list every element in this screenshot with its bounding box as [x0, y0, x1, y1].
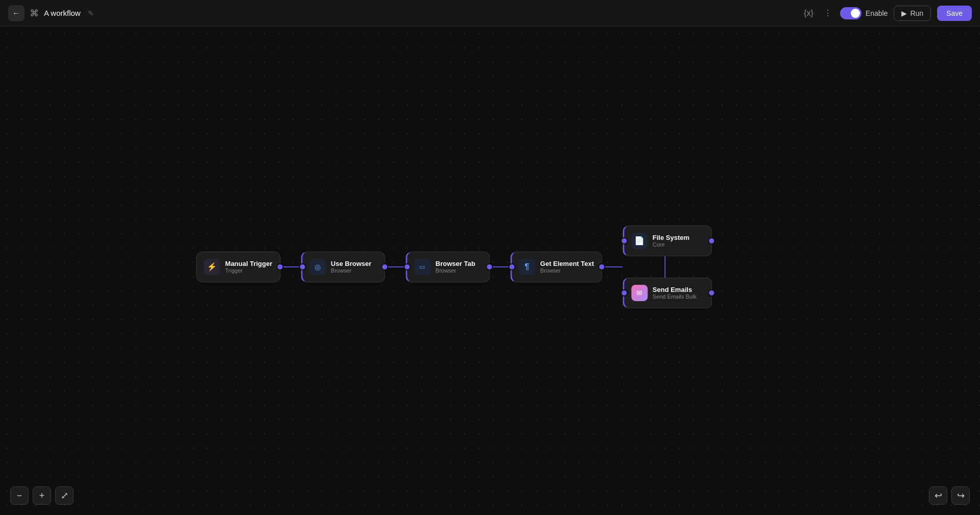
vars-icon: {x} — [804, 9, 814, 18]
send-emails-title: Send Emails — [653, 286, 697, 293]
trigger-connector-right — [276, 263, 283, 270]
save-label: Save — [946, 9, 963, 17]
save-button[interactable]: Save — [937, 6, 972, 21]
enable-label: Enable — [866, 9, 888, 17]
undo-icon: ↩ — [935, 490, 942, 501]
node-manual-trigger[interactable]: ⚡ Manual Trigger Trigger — [196, 251, 280, 282]
get-element-title: Get Element Text — [540, 260, 594, 267]
node-send-emails[interactable]: ✉ Send Emails Send Emails Bulk — [623, 277, 712, 308]
trigger-text: Manual Trigger Trigger — [225, 260, 272, 274]
use-browser-connector-left — [299, 263, 306, 270]
use-browser-connector-right — [381, 263, 388, 270]
zoom-controls: − + ⤢ — [10, 486, 74, 505]
browser-tab-connector-left — [403, 263, 411, 270]
node-use-browser[interactable]: ◎ Use Browser Browser — [301, 251, 385, 282]
get-element-subtitle: Browser — [540, 267, 594, 274]
trigger-title: Manual Trigger — [225, 260, 272, 267]
node-browser-tab[interactable]: ▭ Browser Tab Browser — [405, 251, 490, 282]
topbar-left: ← ⌘ A workflow ✎ — [8, 5, 94, 21]
file-system-connector-right — [708, 237, 715, 244]
enable-toggle-container: Enable — [840, 7, 888, 19]
use-browser-text: Use Browser Browser — [331, 260, 371, 274]
file-system-text: File System Core — [653, 234, 689, 248]
send-emails-connector-right — [708, 289, 715, 296]
use-browser-subtitle: Browser — [331, 267, 371, 274]
get-element-text: Get Element Text Browser — [540, 260, 594, 274]
trigger-subtitle: Trigger — [225, 267, 272, 274]
use-browser-title: Use Browser — [331, 260, 371, 267]
workflow-canvas[interactable]: ⚡ Manual Trigger Trigger ◎ Use Browser B… — [0, 27, 980, 515]
fit-button[interactable]: ⤢ — [55, 486, 74, 505]
undo-button[interactable]: ↩ — [929, 486, 947, 505]
fit-icon: ⤢ — [61, 490, 68, 501]
file-system-subtitle: Core — [653, 241, 689, 248]
vars-button[interactable]: {x} — [802, 7, 816, 20]
file-system-title: File System — [653, 234, 689, 241]
edit-icon[interactable]: ✎ — [88, 9, 94, 17]
get-element-connector-right — [598, 263, 605, 270]
topbar: ← ⌘ A workflow ✎ {x} ⋮ Enable ▶ Run Save — [0, 0, 980, 27]
zoom-in-icon: + — [39, 491, 45, 501]
send-emails-text: Send Emails Send Emails Bulk — [653, 286, 697, 300]
send-emails-subtitle: Send Emails Bulk — [653, 293, 697, 300]
toggle-knob — [851, 9, 860, 18]
trigger-icon: ⚡ — [204, 258, 220, 275]
send-emails-icon: ✉ — [631, 284, 648, 301]
redo-button[interactable]: ↪ — [951, 486, 970, 505]
run-button[interactable]: ▶ Run — [894, 6, 931, 21]
use-browser-icon: ◎ — [309, 258, 326, 275]
get-element-icon: ¶ — [519, 258, 535, 275]
browser-tab-title: Browser Tab — [436, 260, 475, 267]
run-label: Run — [910, 9, 923, 17]
back-icon: ← — [12, 9, 20, 18]
browser-tab-icon: ▭ — [414, 258, 431, 275]
workflow-title: A workflow — [44, 9, 81, 17]
more-icon: ⋮ — [824, 8, 832, 18]
cmd-icon: ⌘ — [30, 8, 39, 19]
zoom-out-icon: − — [17, 491, 22, 501]
browser-tab-text: Browser Tab Browser — [436, 260, 475, 274]
more-button[interactable]: ⋮ — [822, 6, 834, 20]
history-controls: ↩ ↪ — [929, 486, 970, 505]
browser-tab-connector-right — [486, 263, 493, 270]
back-button[interactable]: ← — [8, 5, 25, 21]
file-system-connector-left — [620, 237, 628, 244]
topbar-right: {x} ⋮ Enable ▶ Run Save — [802, 6, 972, 21]
zoom-out-button[interactable]: − — [10, 486, 29, 505]
redo-icon: ↪ — [957, 490, 965, 501]
get-element-connector-left — [508, 263, 515, 270]
zoom-in-button[interactable]: + — [33, 486, 51, 505]
enable-toggle[interactable] — [840, 7, 862, 19]
send-emails-connector-left — [620, 289, 628, 296]
vertical-edge — [664, 256, 665, 277]
browser-tab-subtitle: Browser — [436, 267, 475, 274]
node-get-element-text[interactable]: ¶ Get Element Text Browser — [510, 251, 602, 282]
file-system-icon: 📄 — [631, 232, 648, 249]
run-play-icon: ▶ — [901, 9, 907, 17]
node-file-system[interactable]: 📄 File System Core — [623, 225, 712, 256]
